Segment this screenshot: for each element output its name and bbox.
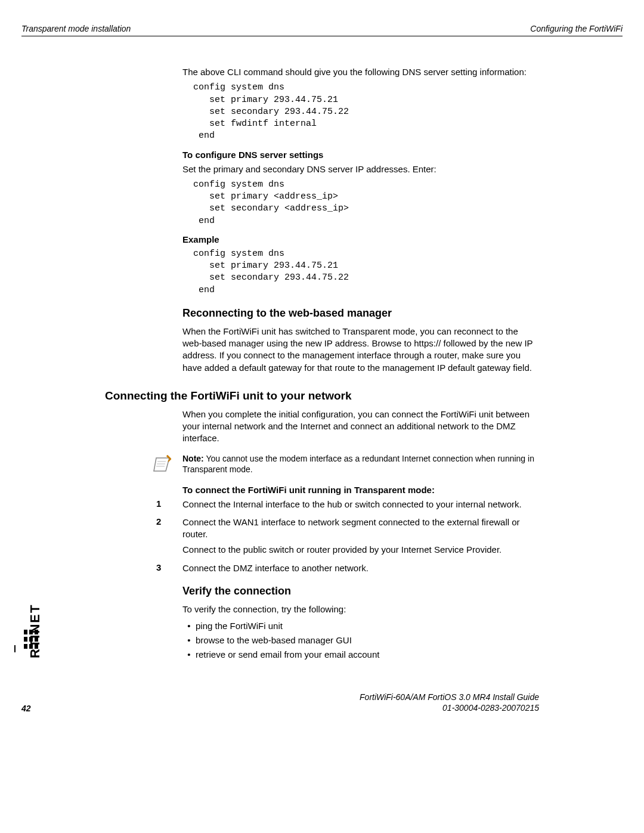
bullet-1: ping the FortiWiFi unit xyxy=(196,621,283,631)
svg-rect-11 xyxy=(35,644,38,649)
footer-docnum: 01-30004-0283-20070215 xyxy=(360,702,539,713)
heading-reconnecting: Reconnecting to the web-based manager xyxy=(182,307,539,320)
cli-output-2: config system dns set primary <address_i… xyxy=(182,179,539,227)
step-1: Connect the Internal interface to the hu… xyxy=(182,498,539,510)
cli-output-3: config system dns set primary 293.44.75.… xyxy=(182,248,539,296)
bullet-dot: • xyxy=(182,633,196,648)
svg-rect-5 xyxy=(35,630,38,634)
configure-dns-paragraph: Set the primary and secondary DNS server… xyxy=(182,163,539,175)
cli-output-1: config system dns set primary 293.44.75.… xyxy=(182,82,539,142)
heading-connect-steps: To connect the FortiWiFi unit running in… xyxy=(182,485,539,495)
running-heads: Transparent mode installation Configurin… xyxy=(21,24,623,36)
logo-mark-icon xyxy=(24,630,38,649)
note-text: Note: You cannot use the modem interface… xyxy=(182,453,539,476)
svg-rect-10 xyxy=(29,644,33,649)
reconnecting-paragraph: When the FortiWiFi unit has switched to … xyxy=(182,326,539,374)
heading-connecting: Connecting the FortiWiFi unit to your ne… xyxy=(105,389,539,402)
svg-rect-7 xyxy=(29,637,33,642)
note-label: Note: xyxy=(182,454,204,463)
footer-guide: FortiWiFi-60A/AM FortiOS 3.0 MR4 Install… xyxy=(360,692,539,702)
bullet-dot: • xyxy=(182,648,196,662)
numbered-steps: 1 Connect the Internal interface to the … xyxy=(156,498,539,574)
page-footer: 42 FortiWiFi-60A/AM FortiOS 3.0 MR4 Inst… xyxy=(21,692,623,713)
heading-configure-dns: To configure DNS server settings xyxy=(182,150,539,160)
bullet-dot: • xyxy=(182,619,196,633)
step-2b: Connect to the public switch or router p… xyxy=(182,544,539,556)
svg-rect-8 xyxy=(35,637,38,642)
bullet-2: browse to the web-based manager GUI xyxy=(196,635,352,645)
step-2a: Connect the WAN1 interface to network se… xyxy=(182,516,539,541)
svg-rect-4 xyxy=(29,630,33,634)
step-3: Connect the DMZ interface to another net… xyxy=(182,562,539,574)
verify-bullets: •ping the FortiWiFi unit •browse to the … xyxy=(182,619,539,662)
step-number-3: 3 xyxy=(156,562,182,574)
connecting-paragraph: When you complete the initial configurat… xyxy=(182,408,539,445)
note-icon xyxy=(153,453,177,476)
header-right: Configuring the FortiWiFi xyxy=(530,24,623,33)
header-left: Transparent mode installation xyxy=(21,24,131,33)
heading-example: Example xyxy=(182,234,539,244)
svg-rect-6 xyxy=(24,637,27,642)
step-number-2: 2 xyxy=(156,516,182,556)
page-number: 42 xyxy=(21,704,31,713)
svg-rect-3 xyxy=(24,630,27,634)
note-block: Note: You cannot use the modem interface… xyxy=(153,453,539,476)
svg-rect-9 xyxy=(24,644,27,649)
verify-paragraph: To verify the connection, try the follow… xyxy=(182,603,539,615)
step-number-1: 1 xyxy=(156,498,182,510)
note-body: You cannot use the modem interface as a … xyxy=(182,454,534,475)
heading-verify: Verify the connection xyxy=(182,585,539,597)
intro-paragraph: The above CLI command should give you th… xyxy=(182,66,539,78)
bullet-3: retrieve or send email from your email a… xyxy=(196,649,379,659)
